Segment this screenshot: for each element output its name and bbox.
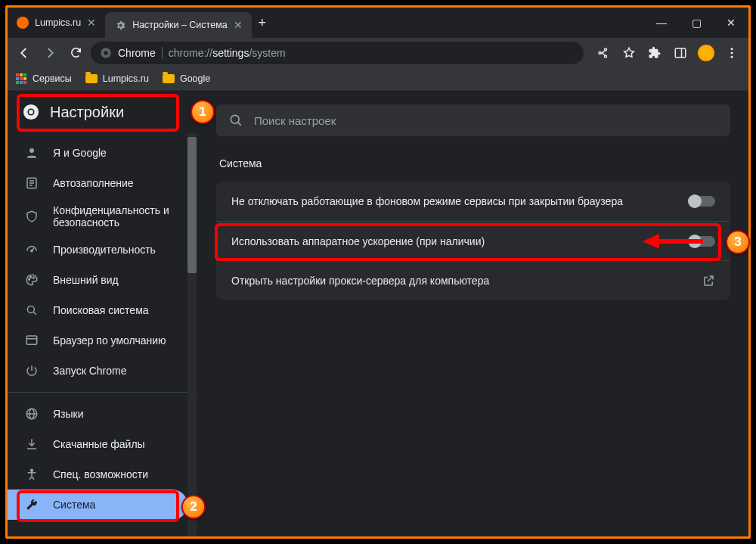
- sidebar-item-access[interactable]: Спец. возможности: [8, 459, 198, 490]
- window-minimize[interactable]: —: [644, 8, 679, 38]
- extensions-icon[interactable]: [644, 42, 665, 64]
- sidebar-item-label: Поисковая система: [53, 304, 181, 316]
- browser-tab-active[interactable]: Настройки – Система ✕: [105, 12, 252, 38]
- svg-point-19: [29, 148, 34, 153]
- folder-icon: [163, 73, 175, 85]
- svg-rect-12: [23, 77, 26, 80]
- sidebar-item-wrench[interactable]: Система: [8, 490, 187, 520]
- annotation-badge-1: 1: [191, 100, 215, 124]
- sidebar-item-speed[interactable]: Производительность: [8, 235, 198, 265]
- svg-point-4: [731, 48, 733, 50]
- apps-icon: [15, 73, 27, 85]
- svg-rect-2: [675, 48, 686, 58]
- settings-row-label: Открыть настройки прокси-сервера для ком…: [231, 275, 489, 287]
- browser-tab[interactable]: Lumpics.ru ✕: [8, 8, 105, 38]
- settings-row[interactable]: Использовать аппаратное ускорение (при н…: [216, 221, 730, 260]
- bookmark-apps[interactable]: Сервисы: [15, 73, 72, 85]
- svg-rect-8: [20, 73, 23, 76]
- svg-point-1: [104, 51, 107, 54]
- palette-icon: [24, 272, 39, 288]
- annotation-badge-2: 2: [181, 495, 206, 519]
- sidebar-item-person[interactable]: Я и Google: [8, 138, 198, 168]
- svg-line-38: [238, 123, 241, 126]
- bookmark-star-icon[interactable]: [618, 42, 640, 64]
- sidebar-item-label: Система: [53, 499, 171, 511]
- settings-row[interactable]: Открыть настройки прокси-сервера для ком…: [216, 260, 730, 300]
- settings-sidebar: Настройки Я и GoogleАвтозаполнениеКонфид…: [8, 91, 198, 536]
- svg-rect-9: [23, 73, 26, 76]
- scrollbar-thumb[interactable]: [187, 137, 197, 273]
- svg-point-18: [29, 110, 33, 114]
- svg-point-28: [33, 277, 34, 278]
- sidebar-item-power[interactable]: Запуск Chrome: [8, 356, 198, 386]
- share-icon[interactable]: [593, 42, 614, 64]
- sidebar-item-shield[interactable]: Конфиденциальность и безопасность: [8, 198, 198, 235]
- svg-rect-14: [20, 81, 23, 84]
- settings-row[interactable]: Не отключать работающие в фоновом режиме…: [216, 182, 730, 221]
- annotation-badge-3: 3: [726, 230, 750, 254]
- toggle-switch[interactable]: [689, 196, 715, 207]
- sidebar-item-globe[interactable]: Языки: [8, 399, 198, 429]
- bookmark-label: Сервисы: [33, 73, 72, 84]
- window-maximize[interactable]: ▢: [679, 8, 714, 38]
- external-link-icon: [702, 274, 715, 288]
- nav-forward-button[interactable]: [39, 42, 60, 64]
- sidebar-item-label: Конфиденциальность и безопасность: [53, 204, 181, 228]
- download-icon: [24, 437, 39, 452]
- sidebar-item-label: Запуск Chrome: [53, 365, 181, 377]
- address-bar[interactable]: Chrome chrome://settings/system: [91, 42, 584, 64]
- svg-rect-31: [26, 336, 37, 344]
- tab-title: Lumpics.ru: [35, 17, 81, 28]
- sidebar-item-download[interactable]: Скачанные файлы: [8, 429, 198, 459]
- svg-rect-11: [20, 77, 23, 80]
- sidebar-item-autofill[interactable]: Автозаполнение: [8, 168, 198, 198]
- sidebar-item-label: Внешний вид: [53, 274, 181, 286]
- sidebar-separator: [8, 392, 198, 393]
- sidebar-item-label: Скачанные файлы: [53, 438, 181, 450]
- autofill-icon: [24, 176, 39, 191]
- omnibox-url: chrome://settings/system: [169, 47, 286, 59]
- wrench-icon: [24, 497, 39, 512]
- kebab-menu-icon[interactable]: [721, 42, 742, 64]
- close-tab-icon[interactable]: ✕: [234, 19, 243, 31]
- svg-point-25: [31, 250, 33, 251]
- sidebar-title: Настройки: [50, 104, 124, 121]
- sidebar-item-label: Браузер по умолчанию: [53, 334, 181, 347]
- side-panel-icon[interactable]: [670, 42, 691, 64]
- settings-main: Система Не отключать работающие в фоново…: [198, 91, 748, 536]
- nav-reload-button[interactable]: [65, 42, 86, 64]
- bookmark-label: Lumpics.ru: [103, 73, 149, 84]
- toggle-switch[interactable]: [689, 236, 715, 247]
- settings-row-label: Не отключать работающие в фоновом режиме…: [231, 195, 623, 207]
- sidebar-item-search[interactable]: Поисковая система: [8, 295, 198, 325]
- bookmark-folder[interactable]: Google: [163, 73, 210, 85]
- svg-point-5: [731, 51, 733, 54]
- favicon-lumpics: [17, 17, 29, 29]
- browser-icon: [24, 333, 39, 348]
- new-tab-button[interactable]: +: [252, 8, 273, 38]
- search-input[interactable]: [254, 114, 718, 127]
- speed-icon: [24, 242, 39, 257]
- window-close[interactable]: ✕: [714, 8, 748, 38]
- bookmarks-bar: Сервисы Lumpics.ru Google: [8, 67, 748, 91]
- sidebar-item-label: Языки: [53, 408, 181, 420]
- settings-card: Не отключать работающие в фоновом режиме…: [216, 182, 730, 300]
- close-tab-icon[interactable]: ✕: [87, 17, 96, 29]
- globe-icon: [24, 406, 39, 421]
- sidebar-item-browser[interactable]: Браузер по умолчанию: [8, 325, 198, 356]
- sidebar-item-palette[interactable]: Внешний вид: [8, 265, 198, 295]
- svg-point-37: [231, 115, 239, 123]
- svg-point-29: [27, 306, 34, 312]
- window-titlebar: Lumpics.ru ✕ Настройки – Система ✕ + — ▢…: [8, 8, 748, 38]
- favicon-settings: [114, 19, 126, 31]
- omnibox-divider: [162, 47, 163, 59]
- profile-avatar[interactable]: [696, 42, 717, 64]
- settings-search[interactable]: [216, 104, 730, 136]
- svg-rect-15: [23, 81, 26, 84]
- tab-title: Настройки – Система: [132, 20, 228, 30]
- bookmark-folder[interactable]: Lumpics.ru: [85, 73, 149, 85]
- settings-row-label: Использовать аппаратное ускорение (при н…: [231, 235, 485, 247]
- access-icon: [24, 467, 39, 482]
- nav-back-button[interactable]: [14, 42, 35, 64]
- svg-line-30: [33, 312, 36, 315]
